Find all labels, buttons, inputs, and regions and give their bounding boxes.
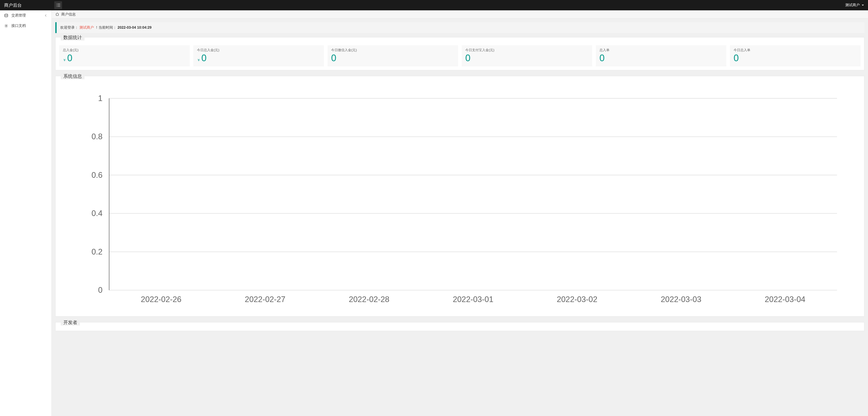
welcome-banner: 欢迎登录： 测试商户 ！当前时间： 2022-03-04 10:04:29: [55, 22, 864, 33]
stat-title: 今日支付宝入金(元): [465, 48, 589, 53]
stat-value-row: 0: [734, 54, 857, 63]
chart: 00.20.40.60.812022-02-262022-02-272022-0…: [63, 92, 857, 310]
svg-text:0.6: 0.6: [92, 170, 103, 180]
topbar: 商户后台 测试商户: [0, 0, 868, 10]
breadcrumb-title: 商户信息: [61, 12, 76, 17]
sidebar-item-label: 交易管理: [11, 13, 44, 18]
caret-down-icon: [861, 4, 864, 7]
stat-title: 今日总入金(元): [197, 48, 320, 53]
svg-rect-5: [57, 6, 60, 7]
stat-title: 总入金(元): [63, 48, 186, 53]
stat-value: 0: [599, 54, 604, 63]
stat-value: 0: [465, 54, 470, 63]
stat-title: 今日微信入金(元): [331, 48, 455, 53]
stat-card: 今日总入金(元)￥0: [193, 45, 324, 66]
system-panel-title: 系统信息: [61, 73, 85, 79]
stats-panel: 数据统计 总入金(元)￥0今日总入金(元)￥0今日微信入金(元)0今日支付宝入金…: [55, 37, 864, 70]
developer-panel: 开发者: [55, 322, 864, 331]
sidebar-item-transactions[interactable]: 交易管理: [0, 10, 52, 21]
chart-container: 00.20.40.60.812022-02-262022-02-272022-0…: [59, 84, 861, 313]
stat-value: 0: [734, 54, 739, 63]
welcome-merchant-name: 测试商户: [80, 25, 94, 29]
breadcrumb: 商户信息: [52, 10, 868, 19]
user-dropdown[interactable]: 测试商户: [845, 3, 868, 7]
menu-list-icon: [56, 3, 60, 7]
stat-value-row: 0: [331, 54, 455, 63]
gear-icon: [4, 24, 8, 28]
stat-value: 0: [331, 54, 336, 63]
sidebar: 交易管理 接口文档: [0, 10, 52, 416]
svg-text:2022-03-03: 2022-03-03: [661, 295, 701, 304]
svg-rect-3: [57, 5, 60, 5]
svg-point-0: [56, 4, 57, 4]
svg-point-2: [56, 5, 57, 5]
main-content: 商户信息 欢迎登录： 测试商户 ！当前时间： 2022-03-04 10:04:…: [52, 10, 868, 416]
currency-sign: ￥: [63, 58, 66, 63]
stat-title: 总入单: [599, 48, 723, 53]
sidebar-item-api-docs[interactable]: 接口文档: [0, 21, 52, 31]
svg-text:0.4: 0.4: [92, 209, 103, 218]
svg-point-4: [56, 6, 57, 7]
svg-text:2022-02-26: 2022-02-26: [141, 295, 182, 304]
sidebar-item-label: 接口文档: [11, 24, 47, 28]
stat-title: 今日总入单: [734, 48, 857, 53]
stat-card: 总入单0: [596, 45, 726, 66]
app-title: 商户后台: [0, 2, 52, 8]
welcome-suffix: ！当前时间：: [95, 25, 117, 29]
svg-text:1: 1: [98, 94, 103, 103]
svg-text:2022-03-01: 2022-03-01: [453, 295, 493, 304]
stat-value-row: ￥0: [63, 54, 186, 63]
welcome-time: 2022-03-04 10:04:29: [118, 25, 152, 29]
system-panel: 系统信息 00.20.40.60.812022-02-262022-02-272…: [55, 76, 864, 317]
stat-value-row: 0: [465, 54, 589, 63]
stat-value: 0: [202, 54, 207, 63]
stat-value-row: ￥0: [197, 54, 320, 63]
currency-sign: ￥: [197, 58, 200, 63]
stats-panel-title: 数据统计: [61, 34, 85, 40]
stat-value-row: 0: [599, 54, 723, 63]
svg-text:0: 0: [98, 286, 103, 294]
svg-text:0.2: 0.2: [92, 247, 103, 256]
stat-card: 今日微信入金(元)0: [328, 45, 458, 66]
welcome-prefix: 欢迎登录：: [60, 25, 78, 29]
user-name: 测试商户: [845, 3, 860, 7]
stat-value: 0: [67, 54, 72, 63]
sidebar-toggle-button[interactable]: [54, 1, 62, 9]
svg-text:2022-03-02: 2022-03-02: [557, 295, 597, 304]
chevron-left-icon: [44, 14, 47, 17]
svg-text:2022-02-27: 2022-02-27: [245, 295, 285, 304]
stat-card: 总入金(元)￥0: [59, 45, 190, 66]
home-icon: [55, 12, 59, 16]
stat-card: 今日总入单0: [730, 45, 861, 66]
app-title-text: 商户后台: [4, 3, 22, 8]
developer-panel-title: 开发者: [61, 319, 80, 326]
svg-point-6: [5, 14, 8, 15]
svg-text:0.8: 0.8: [92, 132, 103, 141]
stack-icon: [4, 13, 8, 18]
svg-text:2022-03-04: 2022-03-04: [765, 295, 805, 304]
svg-rect-1: [57, 4, 60, 4]
svg-text:2022-02-28: 2022-02-28: [349, 295, 389, 304]
stat-card: 今日支付宝入金(元)0: [462, 45, 592, 66]
svg-point-7: [6, 25, 7, 26]
